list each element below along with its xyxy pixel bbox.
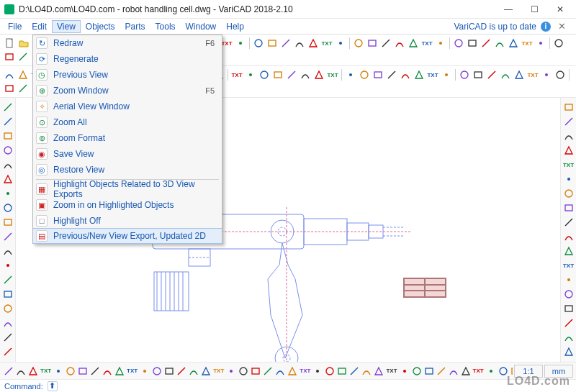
toolbar-icon[interactable]: TXT <box>299 365 311 378</box>
toolbar-icon[interactable] <box>562 201 575 214</box>
toolbar-icon[interactable] <box>458 68 471 81</box>
toolbar-icon[interactable] <box>562 101 575 114</box>
toolbar-icon[interactable] <box>1 302 14 315</box>
toolbar-icon[interactable] <box>411 365 423 378</box>
toolbar-icon[interactable] <box>252 37 265 50</box>
menu-window[interactable]: Window <box>181 20 222 33</box>
toolbar-icon[interactable] <box>3 50 16 63</box>
toolbar-icon[interactable] <box>466 37 479 50</box>
toolbar-icon[interactable] <box>1 273 14 286</box>
panel-close-icon[interactable]: ✕ <box>555 21 569 32</box>
menu-zoom-highlight[interactable]: ▣Zoom in on Highlighted Objects <box>33 197 222 213</box>
toolbar-icon[interactable] <box>244 68 257 81</box>
toolbar-icon[interactable] <box>436 365 447 378</box>
toolbar-icon[interactable] <box>3 68 16 81</box>
toolbar-icon[interactable] <box>448 365 459 378</box>
toolbar-icon[interactable] <box>262 365 274 378</box>
toolbar-icon[interactable] <box>17 50 30 63</box>
maximize-button[interactable]: ☐ <box>521 1 547 18</box>
toolbar-icon[interactable] <box>562 144 575 157</box>
toolbar-icon[interactable] <box>1 216 14 229</box>
toolbar-icon[interactable] <box>1 101 14 114</box>
menu-restore-view[interactable]: ◎Restore View <box>33 162 222 178</box>
toolbar-icon[interactable] <box>176 365 187 378</box>
toolbar-icon[interactable] <box>352 37 365 50</box>
toolbar-icon[interactable] <box>1 288 14 301</box>
toolbar-icon[interactable] <box>1 158 14 171</box>
toolbar-icon[interactable]: TXT <box>320 37 333 50</box>
menu-prev-new-export[interactable]: ▤Previous/New View Export, Updated 2D <box>33 228 222 244</box>
menu-tools[interactable]: Tools <box>150 20 181 33</box>
toolbar-icon[interactable] <box>1 173 14 186</box>
toolbar-icon[interactable] <box>562 187 575 200</box>
toolbar-icon[interactable]: TXT <box>326 68 339 81</box>
toolbar-icon[interactable] <box>1 187 14 200</box>
toolbar-icon[interactable] <box>373 365 384 378</box>
menu-edit[interactable]: Edit <box>27 20 52 33</box>
toolbar-icon[interactable] <box>344 68 357 81</box>
toolbar-icon[interactable] <box>562 273 575 286</box>
toolbar-icon[interactable] <box>366 37 379 50</box>
toolbar-icon[interactable] <box>234 37 247 50</box>
toolbar-icon[interactable] <box>293 37 306 50</box>
toolbar-icon[interactable] <box>17 68 30 81</box>
toolbar-icon[interactable]: TXT <box>126 365 138 378</box>
toolbar-icon[interactable] <box>513 68 526 81</box>
toolbar-icon[interactable] <box>562 288 575 301</box>
toolbar-icon[interactable] <box>285 68 298 81</box>
toolbar-icon[interactable] <box>562 245 575 257</box>
toolbar-icon[interactable] <box>562 302 575 315</box>
toolbar-icon[interactable] <box>480 37 492 50</box>
toolbar-icon[interactable] <box>274 365 286 378</box>
toolbar-icon[interactable]: TXT <box>562 158 575 171</box>
toolbar-icon[interactable] <box>423 365 435 378</box>
toolbar-icon[interactable] <box>89 365 101 378</box>
toolbar-icon[interactable] <box>562 331 575 344</box>
toolbar-icon[interactable] <box>534 37 547 50</box>
toolbar-icon[interactable] <box>163 365 175 378</box>
toolbar-icon[interactable] <box>358 68 371 81</box>
toolbar-icon[interactable] <box>379 37 392 50</box>
toolbar-icon[interactable] <box>102 365 113 378</box>
close-button[interactable]: ✕ <box>547 1 573 18</box>
toolbar-icon[interactable] <box>1 316 14 329</box>
toolbar-icon[interactable] <box>312 68 325 81</box>
toolbar-icon[interactable] <box>1 331 14 344</box>
toolbar-icon[interactable] <box>15 365 27 378</box>
info-icon[interactable]: i <box>541 22 551 32</box>
toolbar-icon[interactable] <box>287 365 298 378</box>
toolbar-icon[interactable] <box>485 365 497 378</box>
toolbar-icon[interactable] <box>3 82 16 95</box>
toolbar-icon[interactable] <box>399 68 412 81</box>
minimize-button[interactable]: — <box>495 1 521 18</box>
toolbar-icon[interactable] <box>452 37 465 50</box>
menu-zoom-all[interactable]: ⊙Zoom All <box>33 114 222 130</box>
toolbar-icon[interactable] <box>562 316 575 329</box>
toolbar-icon[interactable] <box>540 68 553 81</box>
toolbar-icon[interactable] <box>238 365 249 378</box>
menu-aerial-view[interactable]: ✧Aerial View Window <box>33 99 222 114</box>
toolbar-icon[interactable] <box>324 365 336 378</box>
toolbar-icon[interactable] <box>200 365 212 378</box>
toolbar-icon[interactable] <box>562 230 575 243</box>
toolbar-icon[interactable]: TXT <box>212 365 225 378</box>
toolbar-icon[interactable]: TXT <box>420 37 433 50</box>
toolbar-icon[interactable] <box>77 365 89 378</box>
menu-view[interactable]: View <box>52 20 81 33</box>
toolbar-icon[interactable] <box>334 37 347 50</box>
toolbar-icon[interactable] <box>385 68 398 81</box>
toolbar-icon[interactable] <box>3 365 14 378</box>
toolbar-icon[interactable] <box>393 37 406 50</box>
toolbar-icon[interactable] <box>562 345 575 358</box>
toolbar-icon[interactable] <box>413 68 426 81</box>
toolbar-icon[interactable] <box>312 365 323 378</box>
toolbar-icon[interactable] <box>499 68 512 81</box>
new-file-icon[interactable] <box>4 37 17 50</box>
menu-previous-view[interactable]: ◷Previous View <box>33 67 222 83</box>
toolbar-icon[interactable] <box>1 230 14 243</box>
toolbar-icon[interactable]: TXT <box>521 37 534 50</box>
command-input-icon[interactable]: ⬆ <box>48 381 58 391</box>
toolbar-icon[interactable] <box>1 115 14 128</box>
toolbar-icon[interactable] <box>266 37 279 50</box>
toolbar-icon[interactable]: TXT <box>526 68 539 81</box>
